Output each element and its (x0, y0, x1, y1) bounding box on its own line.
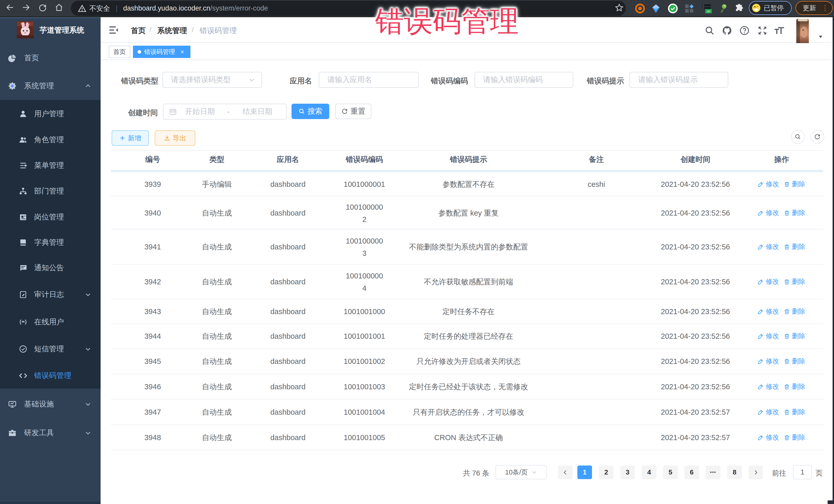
svg-text:on: on (707, 9, 710, 13)
